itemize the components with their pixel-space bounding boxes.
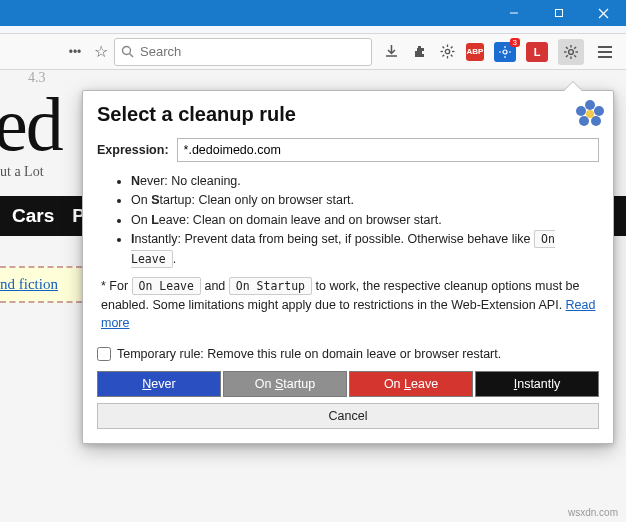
popup-title: Select a cleanup rule — [97, 103, 599, 126]
on-leave-button[interactable]: On Leave — [349, 371, 473, 397]
svg-point-30 — [594, 106, 604, 116]
nav-item-cars[interactable]: Cars — [12, 205, 54, 227]
settings-gear-icon[interactable] — [438, 43, 456, 61]
adblock-icon[interactable]: ABP — [466, 43, 484, 61]
svg-line-11 — [442, 47, 444, 49]
rule-descriptions: Never: No cleaning. On Startup: Clean on… — [97, 172, 599, 269]
temporary-rule-row: Temporary rule: Remove this rule on doma… — [97, 347, 599, 361]
code-on-leave: On Leave — [132, 277, 201, 295]
search-icon — [121, 45, 134, 58]
rule-leave: On Leave: Clean on domain leave and on b… — [131, 211, 599, 230]
badge-count: 3 — [510, 38, 520, 47]
browser-toolbar: ••• ☆ ABP 3 L — [0, 34, 626, 70]
downloads-icon[interactable] — [382, 43, 400, 61]
page-rating: 4.3 — [28, 70, 626, 86]
svg-point-4 — [123, 47, 131, 55]
cancel-button[interactable]: Cancel — [97, 403, 599, 429]
svg-line-5 — [130, 54, 134, 58]
note-text: * For On Leave and On Startup to work, t… — [97, 277, 599, 333]
maximize-button[interactable] — [536, 0, 581, 26]
svg-line-12 — [450, 55, 452, 57]
search-box[interactable] — [114, 38, 372, 66]
svg-point-34 — [586, 110, 594, 118]
svg-line-14 — [442, 55, 444, 57]
svg-point-15 — [503, 50, 507, 54]
extension-badge-blue[interactable]: 3 — [494, 42, 516, 62]
svg-line-13 — [450, 47, 452, 49]
url-bar-actions: ••• ☆ — [6, 42, 108, 61]
expression-row: Expression: — [97, 138, 599, 162]
svg-point-31 — [591, 116, 601, 126]
highlighted-link-box: nd fiction — [0, 266, 82, 303]
gear-icon — [499, 46, 511, 58]
svg-line-26 — [574, 55, 576, 57]
svg-point-20 — [569, 49, 574, 54]
code-on-startup: On Startup — [229, 277, 312, 295]
svg-line-25 — [566, 47, 568, 49]
svg-point-33 — [576, 106, 586, 116]
extensions-icon[interactable] — [410, 43, 428, 61]
temporary-rule-label: Temporary rule: Remove this rule on doma… — [117, 347, 501, 361]
cleanup-rule-popup: Select a cleanup rule Expression: Never:… — [82, 90, 614, 444]
svg-line-28 — [566, 55, 568, 57]
svg-point-29 — [585, 100, 595, 110]
badge-letter: L — [534, 46, 541, 58]
never-button[interactable]: Never — [97, 371, 221, 397]
svg-point-32 — [579, 116, 589, 126]
fiction-link[interactable]: nd fiction — [0, 276, 58, 292]
menu-hamburger-icon[interactable] — [594, 42, 616, 62]
rule-startup: On Startup: Clean only on browser start. — [131, 191, 599, 210]
page-actions-icon[interactable]: ••• — [66, 43, 84, 61]
gear-icon — [563, 44, 579, 60]
svg-line-27 — [574, 47, 576, 49]
on-startup-button[interactable]: On Startup — [223, 371, 347, 397]
svg-point-6 — [445, 49, 449, 53]
action-buttons: Never On Startup On Leave Instantly — [97, 371, 599, 397]
bookmark-star-icon[interactable]: ☆ — [94, 42, 108, 61]
watermark: wsxdn.com — [568, 507, 618, 518]
minimize-button[interactable] — [491, 0, 536, 26]
toolbar-icons: ABP 3 L — [378, 39, 620, 65]
temporary-rule-checkbox[interactable] — [97, 347, 111, 361]
instantly-button[interactable]: Instantly — [475, 371, 599, 397]
forget-me-not-icon[interactable] — [558, 39, 584, 65]
extension-badge-red[interactable]: L — [526, 42, 548, 62]
window-titlebar — [0, 0, 626, 26]
popup-arrow — [563, 81, 583, 91]
flower-icon — [575, 99, 605, 129]
expression-input[interactable] — [177, 138, 599, 162]
rule-never: Never: No cleaning. — [131, 172, 599, 191]
svg-rect-1 — [555, 10, 562, 17]
expression-label: Expression: — [97, 143, 169, 157]
rule-instantly: Instantly: Prevent data from being set, … — [131, 230, 599, 269]
close-button[interactable] — [581, 0, 626, 26]
search-input[interactable] — [140, 44, 365, 59]
tab-strip — [0, 26, 626, 34]
